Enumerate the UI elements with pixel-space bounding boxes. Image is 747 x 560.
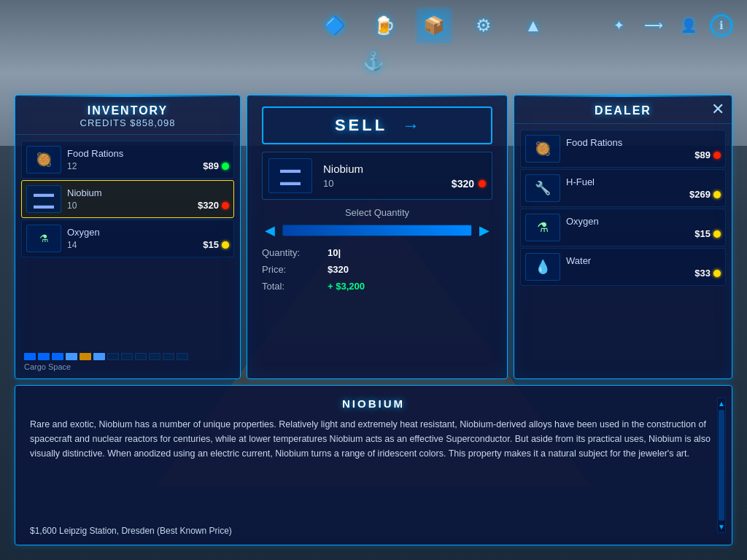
inventory-header: INVENTORY CREDITS $858,098 [15,96,240,135]
main-ui: INVENTORY CREDITS $858,098 🥘 Food Ration… [15,95,732,545]
close-button[interactable]: ✕ [711,101,724,117]
dealer-food-price: $89 [694,149,711,160]
dealer-food-name: Food Rations [566,137,721,148]
dealer-item-food[interactable]: 🥘 Food Rations $89 [520,130,726,168]
niobium-qty-price: 10 $320 [67,200,229,211]
oxygen-qty: 14 [67,240,77,250]
description-price-note: $1,600 Leipzig Station, Dresden (Best Kn… [30,526,717,536]
dealer-hfuel-dot [713,191,721,198]
nav-map-icon[interactable]: ▲ [516,8,551,43]
food-qty: 12 [67,161,77,171]
sell-header: SELL → [262,106,492,144]
sell-arrow-icon: → [402,115,419,136]
dealer-item-water[interactable]: 💧 Water $33 [520,248,726,286]
sell-item-qty-price: 10 $320 [323,178,486,190]
description-text: Rare and exotic, Niobium has a number of… [30,417,717,518]
oxygen-item-info: Oxygen 14 $15 [67,227,229,250]
cargo-bar-8 [121,353,133,360]
slider-left-arrow[interactable]: ◀ [262,222,278,238]
quantity-section-label: Select Quantity [262,207,492,218]
sell-item-name: Niobium [323,163,486,175]
top-right-icons: ✦ ⟶ 👤 ℹ [605,12,732,39]
food-name: Food Rations [67,148,229,159]
dealer-food-dot [713,152,721,159]
oxygen-status-dot [222,241,229,249]
cargo-label: Cargo Space [24,362,231,371]
dealer-hfuel-price: $269 [689,189,711,200]
sell-status-dot [479,180,486,187]
niobium-item-info: Niobium 10 $320 [67,187,229,211]
food-qty-price: 12 $89 [67,160,229,171]
scroll-down-button[interactable]: ▼ [718,523,725,531]
dealer-water-icon: 💧 [525,253,560,281]
inventory-credits: CREDITS $858,098 [21,117,234,128]
compass-icon[interactable]: ✦ [605,12,632,39]
scroll-thumb[interactable] [719,410,724,521]
niobium-price-row: $320 [198,200,229,211]
total-value: + $3,200 [328,281,365,292]
food-price: $89 [203,160,219,171]
dealer-food-price-row: $89 [566,149,721,160]
nav-mug-icon[interactable]: 🍺 [367,8,402,43]
nav-helm-icon[interactable]: ⚓ [356,44,391,79]
dealer-water-info: Water $33 [566,255,721,279]
total-key: Total: [262,281,313,292]
sell-item-price: $320 [452,178,474,190]
scroll-up-button[interactable]: ▲ [718,400,725,408]
food-status-dot [222,163,229,170]
dealer-item-hfuel[interactable]: 🔧 H-Fuel $269 [520,169,726,207]
dealer-oxygen-price: $15 [694,228,711,239]
sell-item-qty: 10 [323,178,333,189]
niobium-price: $320 [198,200,219,211]
nav-cargo-icon[interactable]: 📦 [417,8,452,43]
dealer-water-name: Water [566,255,721,266]
oxygen-price: $15 [203,239,219,250]
info-icon[interactable]: ℹ [711,15,732,36]
person-icon[interactable]: 👤 [676,12,702,39]
niobium-qty: 10 [67,201,77,211]
food-rations-icon: 🥘 [26,146,61,174]
inventory-item-oxygen[interactable]: ⚗ Oxygen 14 $15 [21,219,234,257]
dealer-hfuel-name: H-Fuel [566,176,721,187]
quantity-value: 10| [328,247,341,258]
description-scrollbar[interactable]: ▲ ▼ [717,397,726,533]
cargo-bar-1 [24,353,36,360]
inventory-item-niobium[interactable]: ▬▬▬▬ Niobium 10 $320 [21,180,234,218]
top-navigation: 🔷 🍺 📦 ⚙ ▲ ⚓ ✦ ⟶ 👤 ℹ [0,0,747,51]
inventory-item-food[interactable]: 🥘 Food Rations 12 $89 [21,141,234,179]
sell-panel: SELL → ▬▬▬▬ Niobium 10 $320 S [247,95,508,379]
slider-right-arrow[interactable]: ▶ [476,222,492,238]
price-value: $320 [328,264,349,275]
dealer-oxygen-dot [713,230,721,238]
nav-ship-icon[interactable]: 🔷 [317,8,352,43]
dealer-food-icon: 🥘 [525,135,560,163]
quantity-slider-track[interactable] [282,225,472,236]
slider-fill [283,225,471,236]
dealer-item-oxygen[interactable]: ⚗ Oxygen $15 [520,209,726,246]
cargo-bar-4 [66,353,77,360]
cargo-bar-11 [163,353,174,360]
niobium-name: Niobium [67,187,229,198]
cargo-bars [24,353,231,360]
nav-icons: 🔷 🍺 📦 ⚙ ▲ [317,8,551,43]
nav-settings-icon[interactable]: ⚙ [466,8,501,43]
cargo-bar-2 [38,353,50,360]
dealer-hfuel-icon: 🔧 [525,174,560,202]
dealer-items-list: 🥘 Food Rations $89 🔧 H-Fuel [514,124,732,292]
inventory-title: INVENTORY [21,104,234,117]
route-icon[interactable]: ⟶ [640,12,667,39]
cargo-space-row: Cargo Space [24,353,231,371]
dealer-oxygen-price-row: $15 [566,228,721,239]
cargo-bar-10 [149,353,160,360]
price-row: Price: $320 [262,264,492,275]
cargo-bar-7 [107,353,119,360]
niobium-icon: ▬▬▬▬ [26,185,61,213]
quantity-row: Quantity: 10| [262,247,492,258]
transaction-details: Quantity: 10| Price: $320 Total: + $3,20… [262,247,492,292]
quantity-key: Quantity: [262,247,313,258]
quantity-slider-row: ◀ ▶ [262,222,492,238]
niobium-status-dot [222,202,229,209]
quantity-section: Select Quantity ◀ ▶ [262,207,492,238]
oxygen-icon: ⚗ [26,225,61,252]
cargo-bar-6 [93,353,105,360]
